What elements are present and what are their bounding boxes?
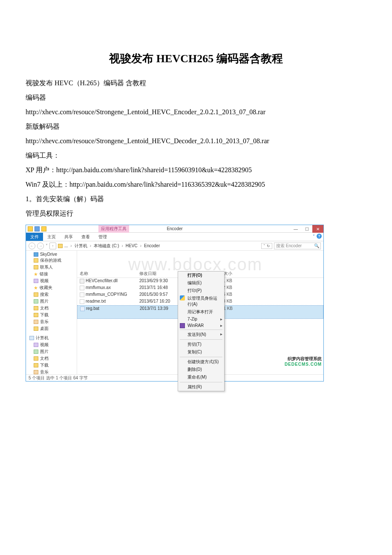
ico-music-icon (34, 320, 38, 324)
ctx-7zip[interactable]: 7-Zip▸ (178, 316, 224, 322)
ctx-send-to[interactable]: 发送到(N)▸ (178, 331, 224, 338)
qat-icon-folder[interactable] (28, 226, 33, 231)
ico-folder-icon (34, 292, 38, 297)
ico-video-icon (34, 343, 38, 347)
nav-item[interactable]: 搜索 (26, 291, 77, 298)
breadcrumb-drive-c[interactable]: 本地磁盘 (C:) (94, 243, 119, 249)
nav-forward-button[interactable]: → (37, 243, 44, 249)
nav-item[interactable]: 视频 (26, 278, 77, 284)
qat-icon-props[interactable] (35, 226, 40, 231)
ctx-edit[interactable]: 编辑(E) (178, 279, 224, 287)
para-encoder-label: 编码器 (26, 91, 366, 104)
help-icon[interactable]: ? (317, 234, 322, 239)
ctx-open[interactable]: 打开(O) (178, 272, 224, 279)
ctx-create-shortcut[interactable]: 创建快捷方式(S) (178, 358, 224, 366)
nav-item[interactable]: 保存的游戏 (26, 257, 77, 264)
ico-folder-icon (34, 258, 38, 263)
ico-folder-icon (34, 306, 38, 310)
file-name: mmflvmux.ax (86, 285, 111, 290)
ctx-separator (180, 382, 222, 382)
search-placeholder: 搜索 Encoder (276, 243, 302, 249)
ico-star-icon: ★ (34, 272, 38, 276)
ctx-separator (180, 330, 222, 330)
para-tools-label: 编码工具： (26, 149, 366, 162)
ico-folder-icon (34, 327, 38, 331)
nav-item[interactable]: 文档 (26, 355, 77, 362)
breadcrumb-hevc[interactable]: HEVC (126, 243, 138, 248)
nav-item-label: 保存的游戏 (40, 257, 61, 263)
tab-share[interactable]: 共享 (60, 233, 77, 241)
ribbon-expand-caret[interactable]: ˅ (313, 234, 315, 239)
ctx-winrar[interactable]: WinRAR▸ (178, 322, 224, 329)
para-decoder-url: http://xhevc.com/resouce/Strongene_Lento… (26, 134, 366, 148)
minimize-button[interactable]: — (290, 225, 301, 233)
breadcrumb-sep: › (69, 243, 72, 248)
file-name: readme.txt (86, 299, 106, 304)
breadcrumb-ellipsis[interactable]: ... (64, 243, 68, 248)
col-date[interactable]: 修改日期 (137, 270, 175, 278)
nav-item[interactable]: 联系人 (26, 264, 77, 271)
nav-item[interactable]: 图片 (26, 348, 77, 355)
ctx-copy[interactable]: 复制(C) (178, 348, 224, 356)
address-refresh[interactable]: ˅ ↻ (261, 243, 272, 249)
para-win7-link: Win7 及以上：http://pan.baidu.com/share/link… (26, 178, 366, 191)
ico-folder-icon (34, 363, 38, 367)
ico-img-icon (34, 350, 38, 354)
nav-up-button[interactable]: ↑ (49, 243, 56, 249)
nav-item[interactable]: 音乐 (26, 369, 77, 374)
nav-item[interactable]: 下载 (26, 312, 77, 318)
file-date: 2013/6/17 16:20 (137, 298, 175, 305)
nav-item-label: 桌面 (40, 326, 49, 332)
nav-item-label: 搜索 (40, 292, 49, 298)
explorer-window: 应用程序工具 Encoder — ☐ ✕ 文件 主页 共享 查看 管理 ˅ ? … (26, 225, 324, 382)
nav-item[interactable]: 桌面 (26, 325, 77, 332)
ctx-open-notepad[interactable]: 用记事本打开 (178, 308, 224, 316)
qat-icon-new[interactable] (41, 226, 46, 231)
ctx-run-as-admin[interactable]: 以管理员身份运行(A) (178, 295, 224, 308)
tab-view[interactable]: 查看 (77, 233, 94, 241)
nav-item[interactable]: 视频 (26, 341, 77, 348)
file-type-icon (80, 299, 84, 304)
nav-item-label: 链接 (40, 271, 48, 277)
contextual-tab-apptools[interactable]: 应用程序工具 (98, 225, 129, 233)
bottom-brand: 织梦内容管理系统 DEDECMS.COM (285, 356, 322, 367)
nav-item[interactable]: 计算机 (26, 335, 77, 341)
tab-manage[interactable]: 管理 (94, 233, 111, 241)
status-bar: 5 个项目 选中 1 个项目 64 字节 (26, 374, 323, 381)
ctx-print[interactable]: 打印(P) (178, 287, 224, 295)
nav-item[interactable]: 下载 (26, 362, 77, 369)
navigation-pane[interactable]: SkyDrive保存的游戏联系人★链接视频★收藏夹搜索图片文档下载音乐桌面计算机… (26, 251, 77, 374)
search-input[interactable]: 搜索 Encoder 🔍 (274, 243, 321, 249)
nav-item[interactable]: ★链接 (26, 271, 77, 278)
close-button[interactable]: ✕ (312, 225, 323, 233)
ctx-rename[interactable]: 重命名(M) (178, 373, 224, 381)
ctx-cut[interactable]: 剪切(T) (178, 341, 224, 348)
para-admin-note: 管理员权限运行 (26, 207, 366, 220)
nav-item[interactable]: ★收藏夹 (26, 284, 77, 291)
quick-access-toolbar (26, 225, 48, 232)
breadcrumb-computer[interactable]: 计算机 (75, 243, 87, 249)
breadcrumb-encoder[interactable]: Encoder (144, 243, 160, 248)
ctx-properties[interactable]: 属性(R) (178, 383, 224, 391)
col-name[interactable]: 名称 (77, 270, 137, 278)
ribbon-titlebar: 应用程序工具 Encoder — ☐ ✕ (26, 225, 323, 233)
ctx-winrar-label: WinRAR (187, 323, 204, 328)
maximize-button[interactable]: ☐ (301, 225, 312, 233)
file-type-icon (80, 279, 84, 283)
nav-item[interactable]: 文档 (26, 305, 77, 312)
nav-item[interactable]: 音乐 (26, 318, 77, 325)
nav-item-label: SkyDrive (40, 252, 57, 257)
nav-back-button[interactable]: ← (29, 243, 35, 249)
submenu-arrow-icon: ▸ (220, 332, 222, 336)
nav-item[interactable]: 图片 (26, 298, 77, 305)
tab-file[interactable]: 文件 (26, 233, 43, 241)
nav-item-label: 下载 (40, 362, 49, 368)
ico-folder-icon (34, 356, 38, 361)
ctx-delete[interactable]: 删除(D) (178, 366, 224, 373)
window-title: Encoder (167, 225, 182, 233)
para-decoder-label: 新版解码器 (26, 120, 366, 133)
nav-recent-caret[interactable]: ˅ (46, 243, 48, 248)
ribbon-tabs: 文件 主页 共享 查看 管理 ˅ ? (26, 233, 323, 241)
nav-item[interactable]: SkyDrive (26, 251, 77, 257)
tab-home[interactable]: 主页 (43, 233, 60, 241)
